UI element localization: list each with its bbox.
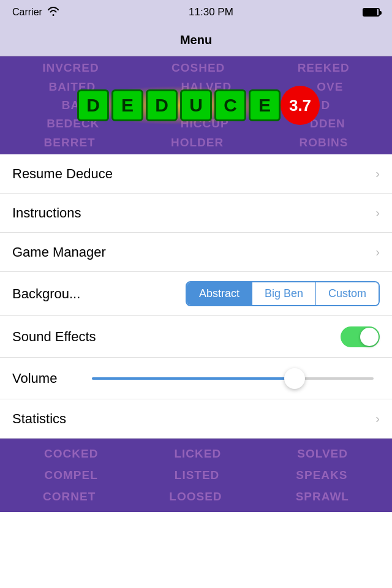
background-label: Backgrou...: [12, 286, 80, 302]
deduce-tiles-container: D E D U C E: [72, 86, 285, 125]
sound-effects-label: Sound Effects: [12, 329, 341, 345]
volume-slider-thumb[interactable]: [284, 368, 305, 389]
bottom-word-row-3: CORNET LOOSED SPRAWL: [6, 490, 386, 503]
game-manager-item[interactable]: Game Manager ›: [0, 233, 392, 272]
resume-deduce-label: Resume Deduce: [12, 166, 113, 182]
resume-deduce-chevron: ›: [375, 167, 380, 181]
status-left: Carrier: [12, 6, 59, 18]
segment-bigben[interactable]: Big Ben: [252, 282, 316, 305]
tile-c: C: [214, 89, 246, 121]
volume-slider-track[interactable]: [92, 377, 374, 380]
volume-label: Volume: [12, 371, 86, 386]
tile-d2: D: [146, 89, 178, 121]
bottom-word-3-3: SPRAWL: [296, 490, 349, 503]
statistics-label: Statistics: [12, 411, 66, 427]
tile-e2: E: [249, 89, 281, 121]
tile-u: U: [180, 89, 212, 121]
nav-bar: Menu: [0, 24, 392, 56]
wifi-icon: [47, 6, 59, 18]
bottom-word-1-1: COCKED: [44, 447, 98, 461]
sound-effects-toggle[interactable]: [341, 326, 380, 347]
segment-abstract[interactable]: Abstract: [187, 282, 252, 305]
bottom-word-3-2: LOOSED: [169, 490, 222, 503]
bottom-word-2-2: LISTED: [175, 469, 220, 482]
instructions-chevron: ›: [375, 206, 380, 220]
status-bar: Carrier 11:30 PM: [0, 0, 392, 24]
hero-logo: D E D U C E 3.7: [72, 86, 320, 125]
hero-word-row-1: INVCRED COSHED REEKED: [6, 61, 386, 75]
toggle-knob: [360, 328, 379, 346]
volume-row: Volume: [0, 358, 392, 399]
carrier-label: Carrier: [12, 7, 42, 18]
bottom-word-1-2: LICKED: [174, 447, 221, 461]
bottom-word-2-3: SPEAKS: [296, 469, 347, 482]
status-right: [363, 8, 380, 17]
bottom-word-1-3: SOLVED: [297, 447, 348, 461]
sound-effects-row: Sound Effects: [0, 316, 392, 358]
background-segmented-control: Abstract Big Ben Custom: [186, 281, 380, 306]
volume-slider-fill: [92, 377, 295, 380]
bottom-banner: COCKED LICKED SOLVED COMPEL LISTED SPEAK…: [0, 439, 392, 512]
status-time: 11:30 PM: [189, 6, 233, 18]
menu-list: Resume Deduce › Instructions › Game Mana…: [0, 154, 392, 439]
version-badge: 3.7: [281, 86, 320, 125]
bottom-word-3-1: CORNET: [43, 490, 96, 503]
resume-deduce-item[interactable]: Resume Deduce ›: [0, 154, 392, 194]
statistics-chevron: ›: [375, 412, 380, 426]
game-manager-chevron: ›: [375, 245, 380, 259]
bottom-word-row-2: COMPEL LISTED SPEAKS: [6, 469, 386, 482]
tile-d1: D: [77, 89, 109, 121]
bottom-word-row-1: COCKED LICKED SOLVED: [6, 447, 386, 461]
hero-banner: INVCRED COSHED REEKED BAITED HALVED OVE …: [0, 56, 392, 154]
nav-title: Menu: [180, 33, 212, 47]
hero-word-row-5: BERRET HOLDER ROBINS: [6, 136, 386, 149]
instructions-item[interactable]: Instructions ›: [0, 194, 392, 233]
segment-custom[interactable]: Custom: [316, 282, 379, 305]
bottom-word-2-1: COMPEL: [45, 469, 98, 482]
battery-icon: [363, 8, 380, 17]
game-manager-label: Game Manager: [12, 244, 106, 260]
instructions-label: Instructions: [12, 205, 81, 221]
tile-e: E: [111, 89, 143, 121]
statistics-item[interactable]: Statistics ›: [0, 399, 392, 439]
background-row: Backgrou... Abstract Big Ben Custom: [0, 272, 392, 316]
